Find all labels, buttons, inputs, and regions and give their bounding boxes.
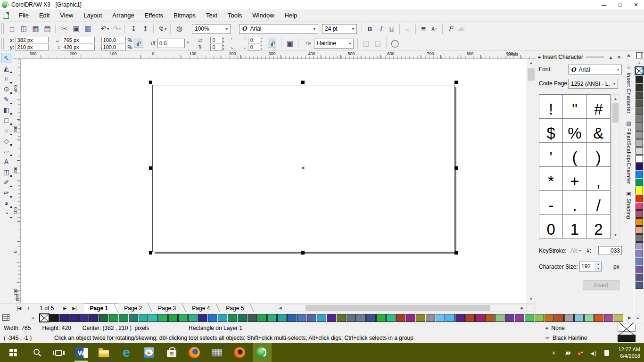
color-swatch[interactable] (446, 314, 455, 322)
color-swatch[interactable] (337, 314, 346, 322)
palette-scroll-left-button[interactable]: ◀ (28, 315, 37, 321)
selection-handle[interactable] (301, 81, 305, 84)
underline-button[interactable]: U (386, 24, 397, 34)
drawing-canvas[interactable]: ✕ (21, 59, 527, 303)
color-swatch[interactable] (636, 76, 643, 83)
color-swatch[interactable] (636, 163, 643, 171)
spinner[interactable]: ▾▴ (223, 37, 224, 43)
character-cell[interactable]: ' (539, 143, 562, 166)
menu-item[interactable]: Edit (34, 10, 55, 21)
color-swatch[interactable] (277, 314, 287, 322)
color-swatch[interactable] (636, 91, 643, 99)
color-swatch[interactable] (636, 84, 643, 91)
no-color-swatch[interactable] (40, 314, 49, 322)
color-swatch[interactable] (89, 314, 99, 322)
color-swatch[interactable] (614, 314, 623, 322)
spinner[interactable]: ▴▾ (595, 262, 601, 271)
color-swatch[interactable] (366, 314, 376, 322)
interactive-fill-tool[interactable]: ◔ (1, 208, 12, 219)
color-swatch[interactable] (119, 314, 128, 322)
color-swatch[interactable] (636, 171, 643, 178)
color-swatch[interactable] (535, 314, 544, 322)
color-swatch[interactable] (475, 314, 485, 322)
mirror-vertical-button[interactable]: ⇅ (195, 43, 205, 50)
vertical-scrollbar[interactable]: ▲ ▼ (527, 59, 535, 303)
palette-scroll-right-button[interactable]: ▶ (625, 315, 634, 321)
selection-handle[interactable] (149, 81, 152, 84)
coreldraw-button[interactable] (253, 343, 272, 362)
battery-icon[interactable] (562, 343, 572, 362)
spinner[interactable]: ▾▴ (223, 44, 224, 50)
application-launcher-button[interactable]: ↯ (157, 23, 168, 35)
character-cell[interactable]: $ (539, 119, 562, 142)
corel-online-button[interactable]: ◍ (173, 23, 185, 35)
object-center-marker[interactable]: ✕ (301, 166, 305, 171)
color-swatch[interactable] (636, 203, 643, 210)
color-swatch[interactable] (208, 314, 217, 322)
import-button[interactable]: ↧ (128, 23, 140, 35)
color-swatch[interactable] (257, 314, 267, 322)
color-swatch[interactable] (178, 314, 188, 322)
color-swatch[interactable] (188, 314, 198, 322)
volume-icon[interactable] (588, 343, 599, 362)
color-swatch[interactable] (416, 314, 425, 322)
color-swatch[interactable] (297, 314, 306, 322)
color-swatch[interactable] (228, 314, 237, 322)
outline-status-swatch[interactable] (618, 335, 636, 342)
scale-h-input[interactable]: 100.0 (101, 37, 126, 43)
color-swatch[interactable] (636, 155, 643, 163)
color-swatch[interactable] (109, 314, 118, 322)
color-swatch[interactable] (636, 139, 643, 147)
color-swatch[interactable] (356, 314, 366, 322)
character-cell[interactable]: 2 (587, 215, 610, 239)
last-page-button[interactable]: ▶| (69, 304, 79, 313)
color-swatch[interactable] (636, 107, 643, 115)
color-swatch[interactable] (636, 234, 643, 242)
open-button[interactable]: ◫ (18, 23, 30, 35)
color-swatch[interactable] (168, 314, 178, 322)
docker-header[interactable]: ▸▸ Insert Character ▴ ✕ (537, 52, 623, 62)
color-swatch[interactable] (636, 187, 643, 194)
selection-handle[interactable] (301, 251, 305, 255)
font-family-combo[interactable]: O Arial ▾ (239, 24, 318, 34)
pick-tool[interactable]: ↖ (1, 53, 12, 63)
color-swatch[interactable] (198, 314, 207, 322)
horizontal-scrollbar[interactable]: ◀ ▶ (276, 304, 527, 312)
freehand-tool[interactable]: ✎ (1, 94, 12, 105)
keystroke-input[interactable]: 033 (598, 246, 622, 255)
color-swatch[interactable] (436, 314, 445, 322)
color-swatch[interactable] (636, 179, 643, 186)
color-swatch[interactable] (636, 115, 643, 123)
firefox-button[interactable] (185, 343, 204, 362)
cut-button[interactable]: ✂ (58, 23, 70, 35)
text-alignment-button[interactable]: ≡ (402, 24, 413, 34)
color-swatch[interactable] (636, 258, 643, 265)
character-cell[interactable]: 1 (563, 215, 586, 239)
color-swatch[interactable] (525, 314, 534, 322)
menu-item[interactable]: Effects (140, 10, 169, 21)
palette-scroll-up-button[interactable]: ▲ (635, 59, 644, 65)
selection-handle[interactable] (454, 81, 458, 84)
scroll-down-button[interactable]: ▼ (527, 295, 535, 303)
selection-handle[interactable] (149, 251, 152, 255)
page-tab-2[interactable]: Page 2 (118, 304, 152, 313)
color-swatch[interactable] (554, 314, 564, 322)
save-button[interactable]: ▦ (30, 23, 41, 35)
smart-fill-tool[interactable]: ◧ (1, 105, 12, 115)
color-swatch[interactable] (636, 99, 643, 107)
nonproportional-lock-button[interactable] (134, 39, 142, 48)
color-swatch[interactable] (505, 314, 514, 322)
color-swatch[interactable] (69, 314, 79, 322)
firefox-dev-button[interactable] (230, 343, 249, 362)
dock-tab-fillet-scallop-chamfer[interactable]: ▧ Fillet/Scallop/Chamfer (626, 118, 632, 186)
color-swatch[interactable] (636, 195, 643, 202)
basic-shapes-tool[interactable]: ▱ (1, 146, 12, 156)
color-swatch[interactable] (594, 314, 603, 322)
color-swatch[interactable] (386, 314, 396, 322)
character-grid-scroll[interactable]: ▲ ▼ (611, 94, 619, 239)
palette-menu-icon[interactable] (2, 314, 9, 321)
color-swatch[interactable] (465, 314, 475, 322)
italic-button[interactable]: I (375, 24, 386, 34)
scrollbar-thumb[interactable] (612, 103, 619, 123)
dock-tab-insert-character[interactable]: ☆ Insert Character (626, 63, 632, 115)
